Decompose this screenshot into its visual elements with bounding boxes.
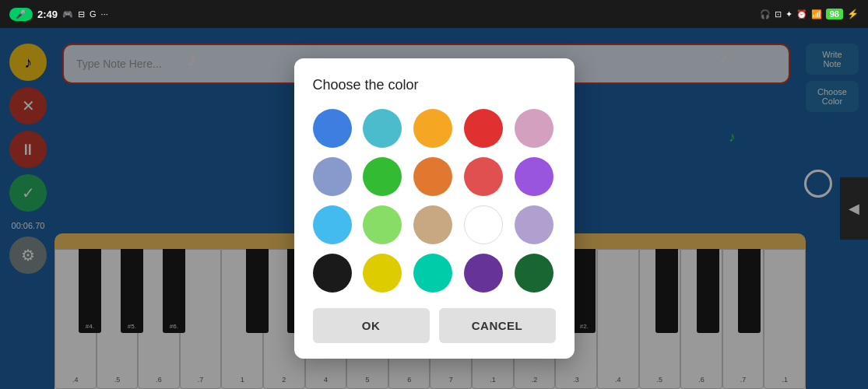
ok-button[interactable]: OK bbox=[313, 308, 430, 343]
battery-level: 98 bbox=[826, 9, 843, 19]
color-red[interactable] bbox=[464, 109, 503, 148]
modal-title: Choose the color bbox=[313, 77, 556, 93]
color-teal[interactable] bbox=[363, 109, 402, 148]
color-lavender[interactable] bbox=[515, 205, 553, 244]
color-orange[interactable] bbox=[413, 109, 452, 148]
color-purple[interactable] bbox=[515, 157, 553, 196]
status-time: 2:49 bbox=[37, 9, 58, 20]
color-orange-red[interactable] bbox=[413, 157, 452, 196]
color-light-green[interactable] bbox=[363, 205, 402, 244]
alarm-icon: ⏰ bbox=[796, 9, 807, 19]
cancel-button[interactable]: CANCEL bbox=[439, 308, 556, 343]
color-cyan[interactable] bbox=[413, 254, 452, 293]
color-slate-blue[interactable] bbox=[313, 157, 352, 196]
sim-icon: ⊟ bbox=[78, 9, 85, 19]
color-dark-green[interactable] bbox=[515, 254, 553, 293]
modal-actions: OK CANCEL bbox=[313, 308, 556, 343]
status-left: 🎤 2:49 🎮 ⊟ G ··· bbox=[9, 8, 108, 21]
status-icons: 🎧 ⊡ ✦ ⏰ 📶 98 ⚡ bbox=[760, 9, 859, 19]
color-white[interactable] bbox=[464, 205, 503, 244]
game-icon: 🎮 bbox=[62, 9, 73, 19]
color-green[interactable] bbox=[363, 157, 402, 196]
color-tan[interactable] bbox=[413, 205, 452, 244]
color-picker-dialog: Choose the color bbox=[294, 58, 575, 359]
status-bar: 🎤 2:49 🎮 ⊟ G ··· 🎧 ⊡ ✦ ⏰ 📶 98 ⚡ bbox=[0, 0, 868, 28]
headphone-icon: 🎧 bbox=[760, 9, 771, 19]
app-content: ♪ ♪ ♪ ♪ ♪ ♪ ✕ ⏸ ✓ 00:06.70 ⚙ Type Note H… bbox=[0, 28, 868, 389]
charging-icon: ⚡ bbox=[847, 9, 859, 19]
color-pink[interactable] bbox=[515, 109, 553, 148]
dots-icon: ··· bbox=[101, 9, 108, 19]
color-yellow[interactable] bbox=[363, 254, 402, 293]
color-sky-blue[interactable] bbox=[313, 205, 352, 244]
modal-overlay: Choose the color bbox=[0, 28, 868, 389]
screenshot-icon: ⊡ bbox=[775, 9, 782, 19]
color-black[interactable] bbox=[313, 254, 352, 293]
color-grid bbox=[313, 109, 556, 293]
mic-pill: 🎤 bbox=[9, 8, 33, 21]
g-icon: G bbox=[90, 9, 97, 19]
bluetooth-icon: ✦ bbox=[785, 9, 792, 19]
color-dark-purple[interactable] bbox=[464, 254, 503, 293]
signal-icon: 📶 bbox=[811, 9, 822, 19]
color-blue[interactable] bbox=[313, 109, 352, 148]
app-background: ♪ ♪ ♪ ♪ ♪ ♪ ✕ ⏸ ✓ 00:06.70 ⚙ Type Note H… bbox=[0, 28, 868, 389]
mic-icon: 🎤 bbox=[16, 9, 26, 19]
color-light-red[interactable] bbox=[464, 157, 503, 196]
